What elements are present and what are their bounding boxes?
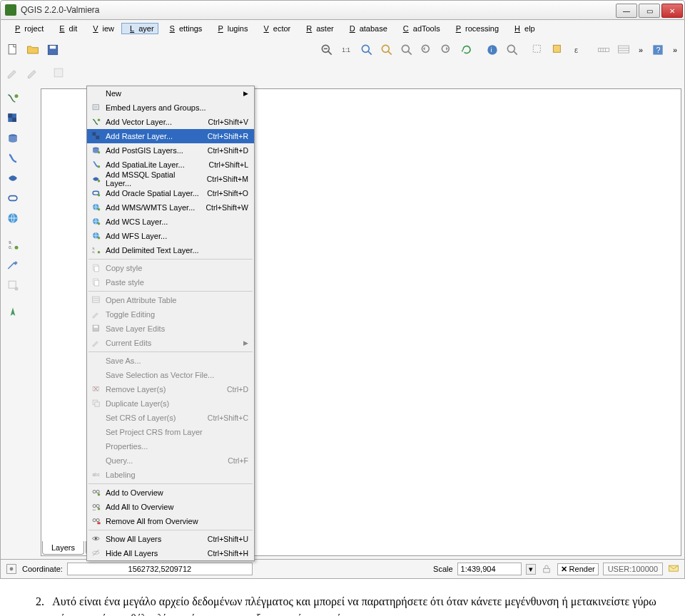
select-features-button[interactable] (529, 41, 547, 59)
svg-point-64 (98, 251, 101, 254)
menu-item-add-all-to-overview[interactable]: ++Add All to Overview (87, 500, 254, 514)
zoom-full-button[interactable] (357, 41, 376, 59)
menu-item-shortcut: Ctrl+D (220, 385, 248, 394)
menu-database[interactable]: Database (341, 23, 392, 34)
menu-layer[interactable]: Layer (121, 23, 158, 34)
new-project-button[interactable] (4, 41, 22, 59)
edit-pencil-button[interactable] (4, 63, 22, 82)
menu-project[interactable]: Project (6, 23, 48, 34)
menu-raster[interactable]: Raster (298, 23, 338, 34)
menu-settings[interactable]: Settings (161, 23, 207, 34)
scale-input[interactable] (457, 563, 522, 575)
menu-item-embed-layers-and-groups[interactable]: Embed Layers and Groups... (87, 101, 254, 115)
menu-item-add-raster-layer[interactable]: Add Raster Layer...Ctrl+Shift+R (87, 129, 254, 143)
deselect-button[interactable] (549, 41, 567, 59)
menu-cadtools[interactable]: CadTools (395, 23, 445, 34)
menu-item-add-wms-wmts-layer[interactable]: Add WMS/WMTS Layer...Ctrl+Shift+W (87, 200, 254, 215)
svg-rect-31 (54, 68, 63, 77)
menu-item-add-vector-layer[interactable]: Add Vector Layer...Ctrl+Shift+V (87, 115, 254, 129)
zoom-next-button[interactable] (437, 41, 456, 59)
maximize-button[interactable]: ▭ (639, 4, 660, 18)
menu-item-hide-all-layers[interactable]: Hide All LayersCtrl+Shift+H (87, 546, 254, 560)
edit-current-button[interactable] (49, 63, 68, 82)
scale-dropdown-icon[interactable]: ▾ (526, 564, 536, 575)
add-oracle-tool[interactable] (4, 189, 22, 207)
menu-item-add-postgis-layers[interactable]: Add PostGIS Layers...Ctrl+Shift+D (87, 143, 254, 158)
menu-item-new[interactable]: New▶ (87, 86, 254, 101)
menu-item-add-oracle-spatial-layer[interactable]: Add Oracle Spatial Layer...Ctrl+Shift+O (87, 186, 254, 200)
menu-item-show-all-layers[interactable]: Show All LayersCtrl+Shift+U (87, 532, 254, 546)
menu-processing[interactable]: Processing (447, 23, 503, 34)
zoom-last-button[interactable] (417, 41, 436, 59)
menu-item-shortcut: Ctrl+Shift+W (198, 203, 248, 212)
add-postgis-tool[interactable] (4, 129, 22, 148)
close-button[interactable]: ✕ (661, 4, 683, 18)
add-vector-tool[interactable] (4, 89, 22, 108)
menu-item-add-mssql-spatial-layer[interactable]: Add MSSQL Spatial Layer...Ctrl+Shift+M (87, 172, 254, 186)
menu-item-save-as: Save As... (87, 354, 254, 368)
menu-item-add-spatialite-layer[interactable]: Add SpatiaLite Layer...Ctrl+Shift+L (87, 158, 254, 172)
identify-button[interactable]: i (483, 41, 502, 59)
wfs-icon (90, 230, 103, 242)
map-tips-button[interactable] (614, 41, 633, 59)
table-icon (90, 294, 103, 306)
measure-button[interactable] (594, 41, 613, 59)
menu-item-remove-all-from-overview[interactable]: Remove All from Overview (87, 514, 254, 528)
zoom-out-button[interactable] (318, 41, 336, 59)
menu-plugins[interactable]: Plugins (209, 23, 252, 34)
scale-lock-icon[interactable] (540, 563, 553, 575)
menu-item-add-delimited-text-layer[interactable]: 9,0,Add Delimited Text Layer... (87, 243, 254, 257)
menu-help[interactable]: Help (506, 23, 539, 34)
menu-item-add-wcs-layer[interactable]: Add WCS Layer... (87, 215, 254, 229)
edit-save-button[interactable] (24, 63, 42, 82)
help-button[interactable]: ? (649, 41, 667, 59)
gps-tool[interactable] (4, 303, 22, 322)
render-toggle[interactable]: ✕ Render (557, 563, 599, 575)
menu-vector[interactable]: Vector (255, 23, 295, 34)
coordinate-input[interactable] (67, 563, 253, 575)
menu-edit[interactable]: Edit (51, 23, 81, 34)
messages-icon[interactable] (667, 563, 680, 575)
expression-select-button[interactable]: ε (569, 41, 587, 59)
add-raster-tool[interactable] (4, 109, 22, 128)
svg-rect-0 (9, 45, 16, 54)
menu-view[interactable]: View (84, 23, 118, 34)
open-project-button[interactable] (24, 41, 42, 59)
svg-rect-68 (94, 280, 98, 286)
svg-rect-26 (619, 46, 629, 53)
add-spatialite-tool[interactable] (4, 149, 22, 168)
vector-icon (90, 116, 103, 128)
menu-item-shortcut: Ctrl+Shift+O (200, 189, 248, 197)
minimize-button[interactable]: — (616, 4, 637, 18)
zoom-layer-button[interactable] (397, 41, 416, 59)
toolbar-overflow-2[interactable]: » (669, 46, 681, 54)
add-csv-tool[interactable]: 9,0, (4, 236, 22, 255)
zoom-native-button[interactable]: 1:1 (338, 41, 356, 59)
menu-item-add-to-overview[interactable]: Add to Overview (87, 486, 254, 500)
menu-item-label: Add WCS Layer... (106, 217, 248, 226)
node-tool[interactable] (4, 256, 22, 274)
save-project-button[interactable] (44, 41, 62, 59)
svg-text:0,: 0, (92, 250, 95, 254)
add-wms-tool[interactable] (4, 209, 22, 227)
menu-item-label: Paste style (106, 278, 248, 287)
menu-item-add-wfs-layer[interactable]: Add WFS Layer... (87, 229, 254, 243)
select-button[interactable] (503, 41, 522, 59)
blank-icon (90, 426, 103, 438)
menu-item-label: New (106, 89, 243, 98)
menu-item-label: Set CRS of Layer(s) (106, 414, 201, 422)
new-shapefile-tool[interactable] (4, 276, 22, 294)
crs-display[interactable]: USER:100000 (603, 563, 663, 575)
svg-point-81 (96, 491, 99, 493)
refresh-button[interactable] (457, 41, 476, 59)
svg-rect-19 (533, 45, 540, 52)
add-mssql-tool[interactable] (4, 169, 22, 188)
menu-item-label: Add MSSQL Spatial Layer... (106, 170, 200, 188)
tab-layers[interactable]: Layers (42, 541, 84, 555)
zoom-selection-button[interactable] (377, 41, 396, 59)
svg-text:?: ? (656, 46, 661, 54)
toolbar-overflow-1[interactable]: » (634, 46, 647, 54)
svg-point-46 (98, 118, 101, 121)
blank-icon (90, 355, 103, 366)
toggle-extents-icon[interactable] (5, 563, 18, 575)
